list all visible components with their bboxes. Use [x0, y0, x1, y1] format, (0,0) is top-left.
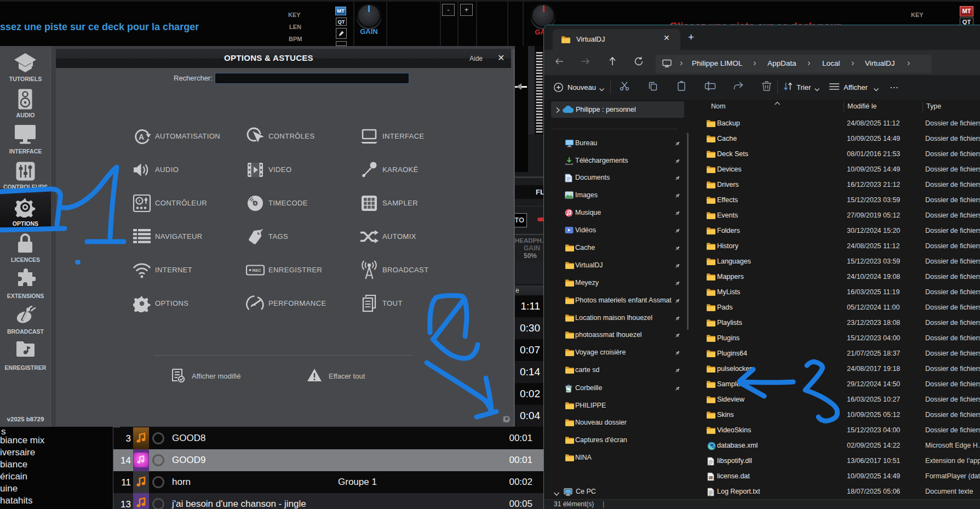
svg-text:REC: REC — [253, 268, 261, 273]
svg-text:%: % — [708, 463, 710, 466]
svg-text:A: A — [139, 133, 144, 141]
